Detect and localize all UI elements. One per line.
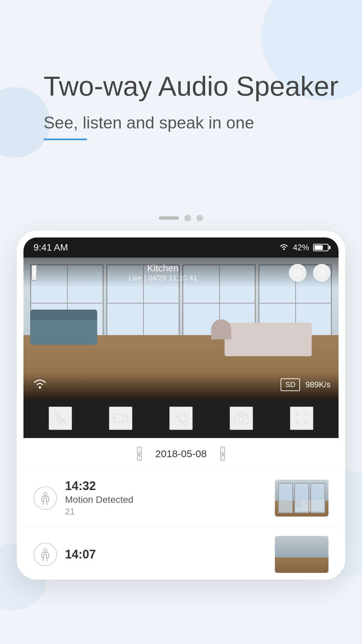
event-item-1[interactable]: 14:32 Motion Detected 21 xyxy=(23,470,339,527)
hero-underline xyxy=(44,139,87,140)
svg-point-0 xyxy=(283,249,285,250)
camera-wifi-indicator xyxy=(32,376,48,393)
camera-settings-button[interactable] xyxy=(313,264,330,281)
event-info-2: 14:07 xyxy=(65,547,267,561)
camera-subtitle: Live | 04/29 11:10:41 xyxy=(128,274,197,282)
event-item-2[interactable]: 14:07 xyxy=(23,527,339,573)
phone-mockup-wrapper: 9:41 AM 42% xyxy=(17,215,345,580)
battery-fill xyxy=(314,245,323,250)
date-label: 2018-05-08 xyxy=(155,448,206,460)
hero-title: Two-way Audio Speaker xyxy=(44,70,342,102)
svg-rect-5 xyxy=(114,414,123,422)
hero-subtitle: See, listen and speak in one xyxy=(44,112,342,134)
battery-icon xyxy=(313,244,328,251)
date-prev-button[interactable]: ‹ xyxy=(137,447,142,461)
camera-title: Kitchen xyxy=(128,263,197,274)
status-bar: 9:41 AM 42% xyxy=(23,237,339,258)
record-button[interactable] xyxy=(109,407,132,430)
status-icons: 42% xyxy=(279,243,328,252)
mute-button[interactable] xyxy=(49,407,72,430)
event-time-2: 14:07 xyxy=(65,547,267,561)
event-count-1: 21 xyxy=(65,506,267,517)
sofa xyxy=(30,318,97,345)
thumb-scene-2 xyxy=(275,536,328,573)
event-motion-icon-2 xyxy=(34,543,57,566)
camera-top-icons xyxy=(289,264,330,281)
pagination-dot-3[interactable] xyxy=(196,215,203,221)
event-time-1: 14:32 xyxy=(65,479,267,493)
camera-top-bar: ‹ Kitchen Live | 04/29 11:10:41 xyxy=(23,258,339,288)
svg-point-9 xyxy=(44,549,47,552)
pagination-dots xyxy=(17,215,345,221)
thumb-scene-1 xyxy=(275,480,328,517)
date-next-button[interactable]: › xyxy=(220,447,225,461)
chair xyxy=(211,319,231,339)
battery-percent: 42% xyxy=(293,243,309,252)
event-list: 14:32 Motion Detected 21 xyxy=(23,470,339,573)
phone-screen: 9:41 AM 42% xyxy=(23,237,339,573)
event-thumbnail-2[interactable] xyxy=(275,536,328,573)
svg-point-7 xyxy=(239,417,244,422)
camera-bottom-right: SD 989K/s xyxy=(281,378,330,391)
svg-point-1 xyxy=(320,271,323,274)
phone-shell: 9:41 AM 42% xyxy=(17,231,345,580)
event-info-1: 14:32 Motion Detected 21 xyxy=(65,479,267,517)
camera-bottom-overlay: SD 989K/s xyxy=(23,372,339,398)
event-thumbnail-1[interactable] xyxy=(275,480,328,517)
camera-feed: ‹ Kitchen Live | 04/29 11:10:41 xyxy=(23,258,339,398)
svg-point-2 xyxy=(39,386,41,389)
controls-bar xyxy=(23,398,339,438)
pagination-dot-2[interactable] xyxy=(184,215,191,221)
fullscreen-button[interactable] xyxy=(290,407,313,430)
camera-title-group: Kitchen Live | 04/29 11:10:41 xyxy=(128,263,197,282)
event-motion-icon xyxy=(34,486,57,510)
pagination-dot-1[interactable] xyxy=(159,216,179,220)
hero-section: Two-way Audio Speaker See, listen and sp… xyxy=(44,70,342,140)
date-navigation: ‹ 2018-05-08 › xyxy=(23,438,339,470)
camera-cloud-button[interactable] xyxy=(289,264,306,281)
sd-badge: SD xyxy=(281,378,300,391)
dining-table xyxy=(225,323,312,356)
event-type-1: Motion Detected xyxy=(65,494,267,505)
snapshot-button[interactable] xyxy=(230,407,253,430)
svg-rect-6 xyxy=(235,415,248,424)
call-button[interactable] xyxy=(169,407,193,430)
bg-decoration-left xyxy=(0,87,50,158)
camera-bitrate: 989K/s xyxy=(305,380,330,389)
camera-back-button[interactable]: ‹ xyxy=(32,265,37,280)
svg-point-8 xyxy=(44,492,47,496)
wifi-icon xyxy=(279,243,289,252)
status-time: 9:41 AM xyxy=(34,242,68,253)
